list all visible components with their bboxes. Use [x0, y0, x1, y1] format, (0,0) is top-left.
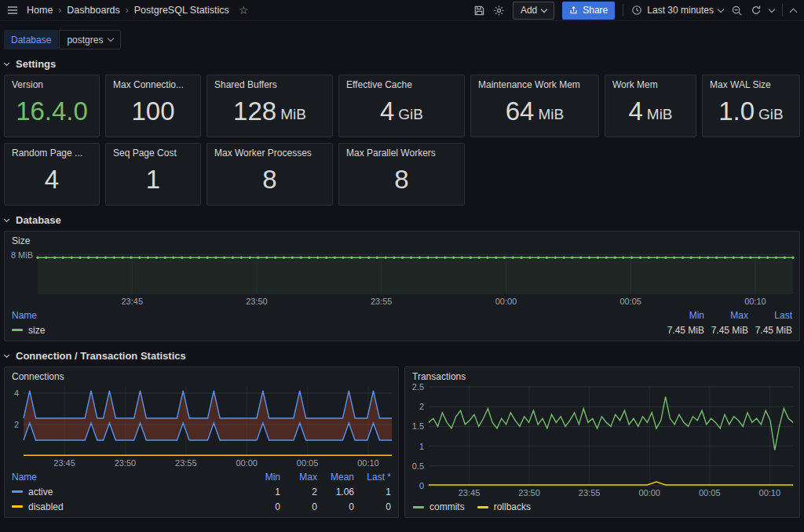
chevron-down-icon: [541, 5, 547, 12]
legend-col-max[interactable]: Max: [280, 472, 317, 483]
legend-col-mean[interactable]: Mean: [317, 472, 354, 483]
legend-series-active[interactable]: active: [12, 486, 243, 497]
refresh-interval-chevron-icon[interactable]: [769, 5, 775, 12]
legend-col-max[interactable]: Max: [704, 310, 748, 321]
svg-text:1.5: 1.5: [412, 421, 424, 431]
svg-text:0.5: 0.5: [412, 461, 424, 471]
zoom-out-icon[interactable]: [731, 5, 743, 16]
svg-text:00:10: 00:10: [759, 488, 781, 497]
stat-panel-shared-buffers: Shared Buffers 128MiB: [206, 75, 333, 137]
stat-value: 4MiB: [605, 92, 696, 137]
legend-series-commits[interactable]: commits: [413, 501, 465, 512]
legend-series-size[interactable]: size: [12, 325, 660, 336]
stat-title: Max WAL Size: [703, 75, 799, 92]
legend-col-last[interactable]: Last: [748, 310, 792, 321]
panel-title[interactable]: Size: [5, 231, 799, 247]
database-variable-dropdown[interactable]: postgres: [59, 30, 121, 49]
legend-series-disabled[interactable]: disabled: [12, 501, 243, 512]
svg-text:23:45: 23:45: [459, 488, 481, 497]
stat-panel-max-connectio: Max Connectio... 100: [105, 75, 201, 137]
svg-text:00:00: 00:00: [638, 488, 660, 497]
legend-row: size7.45 MiB7.45 MiB7.45 MiB: [12, 322, 792, 337]
panel-title[interactable]: Connections: [5, 367, 398, 382]
stat-panel-effective-cache: Effective Cache 4GiB: [338, 75, 465, 137]
svg-text:23:50: 23:50: [246, 297, 268, 306]
stat-value: 100: [106, 92, 200, 137]
variable-label: Database: [4, 30, 58, 49]
chevron-down-icon: [108, 35, 114, 42]
stat-panel-max-worker-processes: Max Worker Processes 8: [206, 143, 333, 206]
time-range-picker[interactable]: Last 30 minutes: [631, 5, 723, 16]
share-button[interactable]: Share: [562, 2, 615, 20]
stat-value: 1: [106, 160, 200, 205]
settings-stats-row-2: Random Page ... 4 Seq Page Cost 1 Max Wo…: [4, 143, 800, 206]
section-settings[interactable]: Settings: [5, 58, 799, 70]
share-button-label: Share: [583, 5, 608, 16]
svg-text:23:55: 23:55: [175, 458, 197, 468]
svg-text:8 MiB: 8 MiB: [11, 250, 33, 260]
legend-series-rollbacks[interactable]: rollbacks: [477, 501, 531, 512]
legend-col-min[interactable]: Min: [243, 472, 280, 483]
stat-panel-max-parallel-workers: Max Parallel Workers 8: [338, 143, 465, 206]
legend-row: disabled0000: [12, 499, 391, 514]
legend-value: 2: [280, 486, 317, 497]
size-chart[interactable]: 23:4523:5023:5500:0000:0500:108 MiB: [5, 247, 799, 307]
chevron-up-icon[interactable]: [791, 6, 796, 15]
add-button[interactable]: Add: [513, 2, 554, 20]
chevron-down-icon: [718, 5, 724, 12]
divider: [782, 4, 783, 16]
svg-text:00:00: 00:00: [236, 458, 258, 468]
breadcrumb-item[interactable]: Dashboards: [67, 5, 119, 16]
chevron-down-icon: [4, 352, 9, 357]
gear-icon[interactable]: [493, 5, 505, 16]
legend-value: 0: [280, 501, 317, 512]
panel-title[interactable]: Transactions: [405, 367, 799, 382]
section-database[interactable]: Database: [5, 214, 799, 226]
legend-col-name[interactable]: Name: [12, 472, 243, 483]
refresh-icon[interactable]: [751, 5, 762, 16]
legend-header-row: NameMinMaxLast: [12, 308, 792, 322]
menu-icon[interactable]: [6, 4, 19, 16]
legend-col-min[interactable]: Min: [660, 310, 704, 321]
settings-stats-row-1: Version 16.4.0 Max Connectio... 100 Shar…: [4, 75, 800, 137]
series-color-dash: [12, 505, 23, 508]
legend-value: 1.06: [317, 486, 354, 497]
breadcrumb-item[interactable]: PostgreSQL Statistics: [134, 5, 229, 16]
stat-panel-random-page: Random Page ... 4: [4, 143, 100, 206]
series-color-dash: [12, 490, 23, 493]
dashboard-variables: Database postgres: [4, 30, 800, 49]
svg-text:4: 4: [14, 388, 19, 398]
svg-text:23:55: 23:55: [579, 488, 601, 497]
breadcrumb-separator: ›: [58, 5, 61, 16]
svg-text:2: 2: [419, 402, 424, 411]
series-color-dash: [413, 506, 424, 508]
svg-text:1: 1: [419, 442, 424, 451]
stat-title: Shared Buffers: [207, 75, 332, 92]
section-connection-transaction-title: Connection / Transaction Statistics: [16, 350, 186, 362]
svg-text:00:05: 00:05: [297, 458, 319, 468]
stat-value: 16.4.0: [5, 92, 99, 137]
size-legend: NameMinMaxLast size7.45 MiB7.45 MiB7.45 …: [5, 307, 799, 341]
stat-title: Effective Cache: [339, 75, 464, 92]
svg-text:00:10: 00:10: [744, 297, 766, 306]
transactions-chart[interactable]: 23:4523:5023:5500:0000:0500:1000.511.522…: [405, 382, 799, 498]
save-icon[interactable]: [473, 5, 485, 16]
star-icon[interactable]: ☆: [239, 4, 249, 16]
series-color-dash: [477, 506, 488, 508]
legend-col-name[interactable]: Name: [12, 310, 660, 321]
section-connection-transaction[interactable]: Connection / Transaction Statistics: [5, 350, 799, 362]
stat-title: Maintenance Work Mem: [471, 75, 598, 92]
legend-col-last[interactable]: Last *: [354, 472, 391, 483]
breadcrumb-item[interactable]: Home: [27, 5, 53, 16]
connections-chart[interactable]: 23:4523:5023:5500:0000:0500:1024: [5, 382, 398, 468]
stat-title: Max Parallel Workers: [339, 144, 464, 160]
breadcrumb-separator: ›: [126, 5, 129, 16]
stat-value: 128MiB: [207, 92, 332, 137]
section-settings-title: Settings: [16, 58, 56, 70]
legend-value: 7.45 MiB: [704, 325, 748, 336]
add-button-label: Add: [521, 5, 537, 16]
svg-text:00:10: 00:10: [357, 458, 379, 468]
panel-connections: Connections 23:4523:5023:5500:0000:0500:…: [4, 366, 399, 518]
stat-panel-work-mem: Work Mem 4MiB: [605, 75, 696, 137]
svg-text:0: 0: [419, 481, 424, 490]
